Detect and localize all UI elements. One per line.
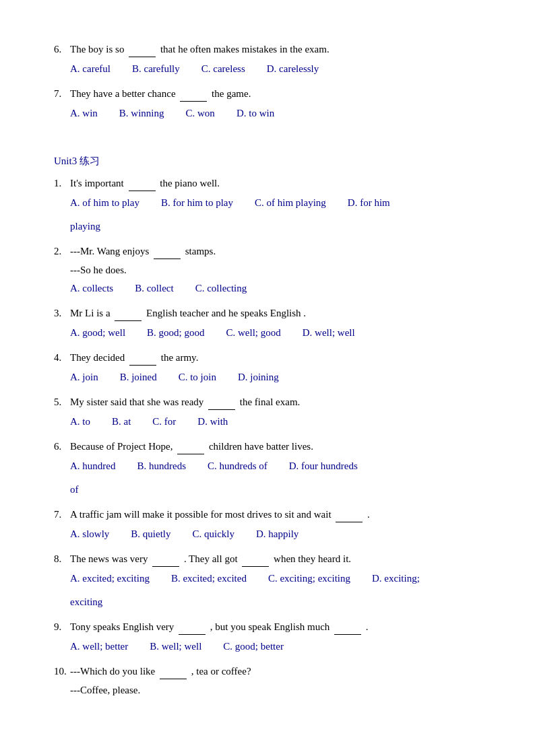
- option: A. of him to play: [70, 194, 139, 212]
- option: A. well; better: [70, 638, 128, 656]
- question-text: ---Which do you like , tea or coffee?: [70, 662, 488, 679]
- question-block: 1.It's important the piano well.A. of hi…: [54, 174, 488, 236]
- option: C. hundreds of: [208, 457, 268, 475]
- option: B. well; well: [150, 638, 201, 656]
- question-number: 6.: [54, 41, 70, 57]
- question-text: They decided the army.: [70, 349, 488, 366]
- question-number: 5.: [54, 394, 70, 410]
- question-number: 6.: [54, 438, 70, 454]
- option: D. exciting;: [372, 570, 420, 588]
- question-line: 7.They have a better chance the game.: [54, 85, 488, 102]
- option: B. joined: [120, 368, 157, 386]
- section-title: Unit3 练习: [54, 155, 488, 168]
- question-text: ---Mr. Wang enjoys stamps.: [70, 242, 488, 259]
- options-line: A. winB. winningC. wonD. to win: [70, 104, 488, 123]
- option: B. at: [112, 413, 131, 431]
- option: B. winning: [119, 104, 164, 123]
- question-block: 10.---Which do you like , tea or coffee?…: [54, 662, 488, 698]
- question-text: A traffic jam will make it possible for …: [70, 506, 488, 522]
- option: C. careless: [201, 60, 245, 78]
- option: B. hundreds: [137, 457, 187, 475]
- question-block: 6.Because of Project Hope, children have…: [54, 438, 488, 499]
- question-line: 10.---Which do you like , tea or coffee?: [54, 662, 488, 679]
- option: B. carefully: [132, 60, 180, 78]
- question-block: 6.The boy is so that he often makes mist…: [54, 40, 488, 78]
- option: C. for: [152, 413, 176, 431]
- question-block: 8.The news was very . They all got when …: [54, 550, 488, 611]
- question-text: The news was very . They all got when th…: [70, 550, 488, 567]
- option: B. good; good: [147, 324, 204, 342]
- question-number: 8.: [54, 551, 70, 567]
- option: A. to: [70, 413, 90, 431]
- option: C. quickly: [193, 525, 235, 543]
- question-line: 6.Because of Project Hope, children have…: [54, 438, 488, 454]
- question-block: 9.Tony speaks English very , but you spe…: [54, 618, 488, 656]
- option: A. win: [70, 104, 98, 123]
- option: A. good; well: [70, 324, 125, 342]
- question-number: 2.: [54, 243, 70, 259]
- option: D. with: [197, 413, 228, 431]
- question-line: 7.A traffic jam will make it possible fo…: [54, 506, 488, 522]
- options-line: A. toB. atC. forD. with: [70, 413, 488, 431]
- question-text: My sister said that she was ready the fi…: [70, 393, 488, 410]
- option: B. collect: [135, 279, 173, 298]
- question-line: 3.Mr Li is a English teacher and he spea…: [54, 304, 488, 321]
- question-number: 9.: [54, 619, 70, 635]
- option: D. to win: [237, 104, 274, 123]
- options-line: A. slowlyB. quietlyC. quicklyD. happily: [70, 525, 488, 543]
- option: C. collecting: [195, 279, 247, 298]
- options-line: A. joinB. joinedC. to joinD. joining: [70, 368, 488, 386]
- option: C. of him playing: [255, 194, 326, 212]
- question-line: 1.It's important the piano well.: [54, 174, 488, 191]
- option: A. excited; exciting: [70, 570, 150, 588]
- question-line: 2.---Mr. Wang enjoys stamps.: [54, 242, 488, 259]
- options-line: A. hundredB. hundredsC. hundreds ofD. fo…: [70, 457, 488, 475]
- option: B. for him to play: [161, 194, 233, 212]
- question-text: The boy is so that he often makes mistak…: [70, 40, 488, 57]
- option: D. carelessly: [267, 60, 319, 78]
- option: A. hundred: [70, 457, 116, 475]
- option-wrap: exciting: [70, 593, 488, 611]
- question-text: Because of Project Hope, children have b…: [70, 438, 488, 454]
- question-text: Tony speaks English very , but you speak…: [70, 618, 488, 635]
- option: A. careful: [70, 60, 111, 78]
- option: C. exciting; exciting: [268, 570, 350, 588]
- option-wrap: of: [70, 481, 488, 499]
- question-number: 4.: [54, 349, 70, 366]
- question-text: It's important the piano well.: [70, 174, 488, 191]
- question-number: 7.: [54, 85, 70, 102]
- sub-text: ---So he does.: [70, 262, 488, 278]
- option: D. joining: [238, 368, 279, 386]
- options-line: A. of him to playB. for him to playC. of…: [70, 194, 488, 212]
- question-number: 1.: [54, 175, 70, 191]
- question-block: 3.Mr Li is a English teacher and he spea…: [54, 304, 488, 342]
- question-line: 4.They decided the army.: [54, 349, 488, 366]
- option-wrap: playing: [70, 217, 488, 236]
- question-number: 10.: [54, 663, 70, 679]
- question-line: 6.The boy is so that he often makes mist…: [54, 40, 488, 57]
- question-block: 7.A traffic jam will make it possible fo…: [54, 506, 488, 543]
- option: D. well; well: [303, 324, 355, 342]
- option: D. happily: [256, 525, 298, 543]
- question-block: 2.---Mr. Wang enjoys stamps.---So he doe…: [54, 242, 488, 298]
- option: A. collects: [70, 279, 113, 298]
- question-block: 7.They have a better chance the game.A. …: [54, 85, 488, 123]
- question-block: 4.They decided the army.A. joinB. joined…: [54, 349, 488, 386]
- option: C. to join: [179, 368, 216, 386]
- sub-text: ---Coffee, please.: [70, 682, 488, 698]
- option: D. four hundreds: [289, 457, 358, 475]
- question-number: 3.: [54, 305, 70, 321]
- option: A. slowly: [70, 525, 109, 543]
- option: B. excited; excited: [171, 570, 247, 588]
- question-number: 7.: [54, 506, 70, 522]
- question-block: 5.My sister said that she was ready the …: [54, 393, 488, 431]
- question-text: They have a better chance the game.: [70, 85, 488, 102]
- option: B. quietly: [131, 525, 170, 543]
- options-line: A. collectsB. collectC. collecting: [70, 279, 488, 298]
- question-line: 5.My sister said that she was ready the …: [54, 393, 488, 410]
- option: C. well; good: [226, 324, 281, 342]
- option: C. won: [186, 104, 215, 123]
- options-line: A. carefulB. carefullyC. carelessD. care…: [70, 60, 488, 78]
- question-text: Mr Li is a English teacher and he speaks…: [70, 304, 488, 321]
- options-line: A. good; wellB. good; goodC. well; goodD…: [70, 324, 488, 342]
